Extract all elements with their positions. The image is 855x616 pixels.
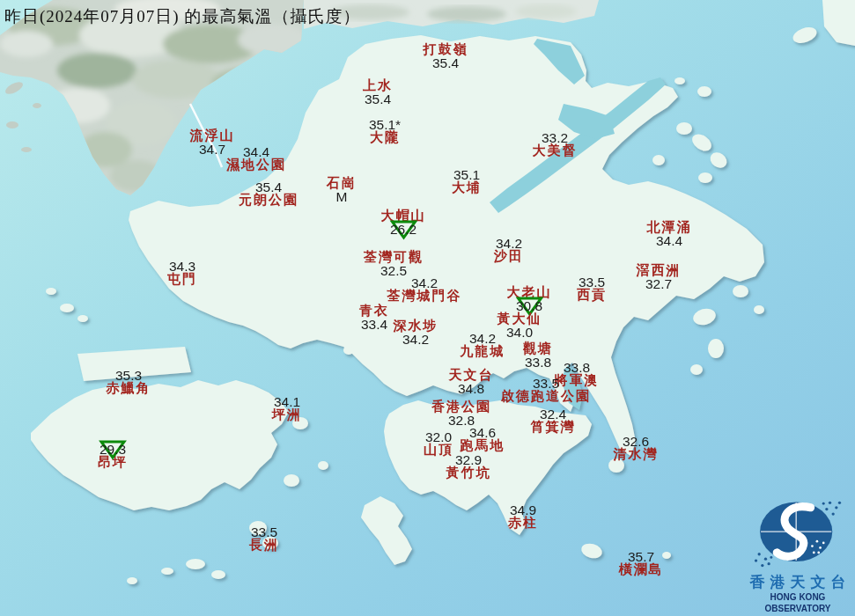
station-name-label: 長洲 <box>249 539 279 552</box>
station-temperature-value: 33.8 <box>555 361 600 374</box>
station-temperature-value: 34.9 <box>508 503 538 517</box>
station-name-label: 元朗公園 <box>239 194 299 207</box>
station-name-label: 滘西洲 <box>637 264 682 277</box>
station-name-label: 九龍城 <box>461 345 505 358</box>
station: 35.4元朗公園 <box>239 180 299 207</box>
station-temperature-value: 34.4 <box>226 145 286 158</box>
station-temperature-value: 34.6 <box>461 426 505 439</box>
station-name-label: 香港公園 <box>431 400 491 414</box>
station-temperature-value: 34.2 <box>394 333 439 346</box>
station-temperature-value: 33.5 <box>577 275 607 289</box>
station: 34.2荃灣城門谷 <box>387 276 462 303</box>
station-name-label: 荃灣城門谷 <box>387 290 462 303</box>
station: 32.9黃竹坑 <box>446 453 491 480</box>
station: 34.2沙田 <box>494 237 524 263</box>
station: 34.1坪洲 <box>272 395 302 422</box>
station: 34.2九龍城 <box>461 332 505 358</box>
station-name-label: 北潭涌 <box>647 221 692 234</box>
station-name-label: 上水 <box>363 79 393 92</box>
station: 34.4濕地公園 <box>226 145 286 172</box>
station: 打鼓嶺35.4 <box>424 43 468 70</box>
weather-map-screenshot: 昨日(2024年07月07日) 的最高氣溫（攝氏度） 打鼓嶺35.4上水35.4… <box>0 0 855 616</box>
station: 青衣33.4 <box>359 304 389 331</box>
station-name-label: 黃大仙 <box>498 312 542 326</box>
station-name-label: 黃竹坑 <box>446 466 491 480</box>
station-temperature-value: 34.2 <box>387 276 462 290</box>
station-temperature-value: 35.4 <box>363 92 393 106</box>
station-name-label: 大隴 <box>369 131 401 144</box>
station-name-label: 流浮山 <box>190 129 235 143</box>
station-name-label: 青衣 <box>359 304 389 318</box>
station-name-label: 筲箕灣 <box>531 421 576 434</box>
station-temperature-value: 32.4 <box>531 407 576 421</box>
station: 大老山30.8 <box>507 286 552 312</box>
station: 天文台34.8 <box>449 369 494 395</box>
station-name-label: 天文台 <box>449 369 494 382</box>
stations-layer: 打鼓嶺35.4上水35.435.1*大隴流浮山34.734.4濕地公園33.2大… <box>0 0 855 616</box>
station-temperature-value: 34.4 <box>647 234 692 247</box>
station-name-label: 石崗 <box>327 177 357 190</box>
station-name-label: 深水埗 <box>394 319 439 333</box>
station: 觀塘33.8 <box>523 342 553 369</box>
station-temperature-value: 32.6 <box>614 435 659 448</box>
station-temperature-value: 32.9 <box>446 453 491 466</box>
station-temperature-value: 35.4 <box>424 56 468 70</box>
station-name-label: 赤鱲角 <box>107 382 151 395</box>
station: 香港公園32.8 <box>431 400 491 427</box>
station-temperature-value: 34.8 <box>449 382 494 395</box>
station-name-label: 清水灣 <box>614 448 659 461</box>
station: 33.5啟德跑道公園 <box>501 377 591 403</box>
station-name-label: 沙田 <box>494 250 524 263</box>
station-temperature-value: 33.4 <box>359 318 389 331</box>
station-name-label: 大埔 <box>452 181 482 194</box>
station: 35.7橫瀾島 <box>619 550 664 576</box>
station: 33.5西貢 <box>577 275 607 302</box>
station-name-label: 濕地公園 <box>226 158 286 172</box>
hko-emblem-icon <box>749 496 846 570</box>
station: 33.2大美督 <box>533 131 578 158</box>
station-temperature-value: 29.3 <box>98 443 128 456</box>
station-name-label: 跑馬地 <box>461 439 505 452</box>
station: 荃灣可觀32.5 <box>364 251 424 277</box>
station-temperature-value: 35.1* <box>369 118 401 131</box>
station-name-label: 打鼓嶺 <box>424 43 468 56</box>
station: 32.4筲箕灣 <box>531 407 576 434</box>
station-temperature-value: 35.3 <box>107 369 151 382</box>
station: 34.9赤柱 <box>508 503 538 530</box>
station-name-label: 橫瀾島 <box>619 563 664 576</box>
station: 滘西洲32.7 <box>637 264 682 290</box>
station-temperature-value: M <box>327 190 357 203</box>
station-temperature-value: 33.8 <box>523 356 553 369</box>
hko-logo-english-text: HONG KONG OBSERVATORY <box>741 591 854 614</box>
station: 32.6清水灣 <box>614 435 659 461</box>
station: 35.3赤鱲角 <box>107 369 151 395</box>
station-temperature-value: 34.3 <box>167 260 197 273</box>
station-temperature-value: 33.5 <box>249 525 279 539</box>
station-name-label: 啟德跑道公園 <box>501 390 591 403</box>
station-temperature-value: 34.1 <box>272 395 302 408</box>
station: 34.6跑馬地 <box>461 426 505 452</box>
station: 35.1大埔 <box>452 168 482 194</box>
hko-logo: 香港天文台 HONG KONG OBSERVATORY <box>741 496 854 614</box>
station-name-label: 赤柱 <box>508 517 538 530</box>
station-temperature-value: 34.2 <box>461 332 505 345</box>
station-temperature-value: 35.7 <box>619 550 664 563</box>
station-temperature-value: 33.5 <box>501 377 591 390</box>
station-temperature-value: 26.2 <box>381 223 426 236</box>
station-temperature-value: 32.7 <box>637 277 682 290</box>
station: 石崗M <box>327 177 357 203</box>
station: 北潭涌34.4 <box>647 221 692 247</box>
station-temperature-value: 35.1 <box>452 168 482 181</box>
station: 33.5長洲 <box>249 525 279 552</box>
station-name-label: 觀塘 <box>523 342 553 356</box>
station: 34.3屯門 <box>167 260 197 286</box>
station-temperature-value: 35.4 <box>239 180 299 194</box>
station: 上水35.4 <box>363 79 393 106</box>
station-temperature-value: 30.8 <box>507 299 552 312</box>
station-temperature-value: 32.0 <box>424 430 453 444</box>
station-name-label: 西貢 <box>577 289 607 302</box>
station-name-label: 屯門 <box>167 273 197 286</box>
station: 深水埗34.2 <box>394 319 439 346</box>
station: 大帽山26.2 <box>381 209 426 236</box>
station: 35.1*大隴 <box>369 118 401 144</box>
